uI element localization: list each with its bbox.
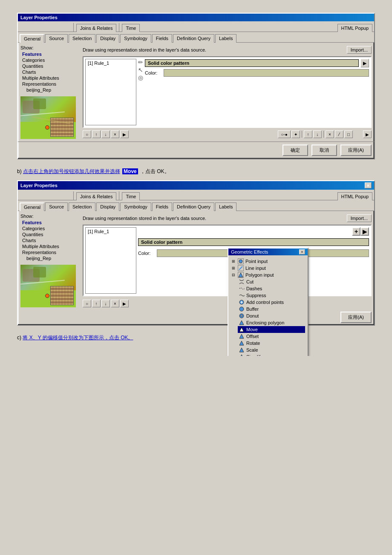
tab-fields-w2[interactable]: Fields: [152, 202, 172, 211]
sidebar-item-charts-2[interactable]: Charts: [20, 237, 80, 243]
tab-joins-relates-w2[interactable]: Joins & Relates: [76, 192, 116, 200]
sidebar-item-quantities-2[interactable]: Quantities: [20, 231, 80, 237]
add-effect-button[interactable]: +: [352, 227, 360, 236]
sidebar-item-representations-2[interactable]: Representations: [20, 249, 80, 255]
close-button-2[interactable]: ×: [365, 182, 372, 188]
sidebar-item-categories-2[interactable]: Categories: [20, 225, 80, 231]
apply-button-2[interactable]: 应用(A): [340, 312, 372, 323]
sidebar-item-multiple-attributes-2[interactable]: Multiple Attributes: [20, 243, 80, 249]
polygon-children: Cut Dashes: [238, 278, 305, 356]
geo-item-scale[interactable]: Scale: [238, 347, 305, 353]
geo-item-cut[interactable]: Cut: [238, 278, 305, 285]
tab-display-w2[interactable]: Display: [96, 202, 119, 211]
tab-selection-w2[interactable]: Selection: [69, 202, 95, 211]
circle-btn-1[interactable]: ○: [83, 130, 91, 138]
sun-btn-1[interactable]: ✦: [291, 130, 300, 138]
sidebar-item-quantities[interactable]: Quantities: [20, 63, 80, 69]
delete-btn-1[interactable]: ×: [111, 130, 119, 138]
geo-item-point-input[interactable]: ⊞ Point input: [231, 258, 305, 265]
tab-display[interactable]: Display: [96, 34, 119, 43]
geo-item-buffer[interactable]: Buffer: [238, 306, 305, 312]
draw-desc-text-1: Draw using representation stored in the …: [83, 47, 206, 52]
down-btn-3[interactable]: ↓: [101, 300, 110, 307]
tab-html-popup-w2[interactable]: HTML Popup: [337, 192, 372, 200]
sidebar-item-features-2[interactable]: Features: [20, 220, 80, 225]
geo-item-add-control[interactable]: Add control points: [238, 299, 305, 306]
square-btn[interactable]: □: [344, 130, 353, 138]
tab-html-popup[interactable]: HTML Popup: [337, 24, 372, 32]
rotate-icon: [239, 340, 245, 346]
geo-item-rotate[interactable]: Rotate: [238, 340, 305, 347]
geo-item-suppress[interactable]: Suppress: [238, 292, 305, 299]
options-btn-1[interactable]: ○◦●: [278, 130, 291, 138]
del-btn-2[interactable]: ×: [326, 130, 334, 138]
tab-source[interactable]: Source: [45, 34, 68, 43]
down-btn-1[interactable]: ↓: [101, 130, 110, 138]
solid-color-pattern-bar[interactable]: Solid color pattern: [145, 59, 359, 67]
cancel-button-1[interactable]: 取消: [311, 145, 337, 156]
geo-item-move[interactable]: Move: [238, 326, 305, 333]
sidebar-item-beijing-rep-2[interactable]: beijing_Rep: [20, 255, 80, 261]
toolbar-area-1: ○ ↑ ↓ × ▶ ○◦● ✦ ↑ ↓ × ∕: [83, 130, 372, 139]
fwd-btn-2[interactable]: ▶: [363, 130, 372, 138]
tab-time[interactable]: Time: [122, 24, 140, 32]
rule-item-2[interactable]: [1] Rule_1: [86, 228, 135, 234]
play-btn-1[interactable]: ▶: [120, 130, 129, 138]
geo-item-dashes[interactable]: Dashes: [238, 285, 305, 292]
delete-btn-2[interactable]: ×: [111, 300, 119, 307]
rules-panel-2: [1] Rule_1 + ▶ Solid color pattern: [83, 225, 372, 296]
up-btn-3[interactable]: ↑: [92, 300, 101, 307]
tab-time-w2[interactable]: Time: [122, 192, 140, 200]
tab-definition-query[interactable]: Definition Query: [173, 34, 214, 43]
forward-button-1[interactable]: ▶: [360, 59, 369, 67]
slash-btn[interactable]: ∕: [335, 130, 343, 138]
up-btn-1[interactable]: ↑: [92, 130, 101, 138]
import-button-2[interactable]: Import...: [347, 214, 372, 222]
tab-bar-row1: Joins & Relates Time HTML Popup: [18, 21, 374, 32]
tab-labels-w2[interactable]: Labels: [215, 202, 236, 211]
sidebar-item-charts[interactable]: Charts: [20, 69, 80, 75]
color-row-1: Color:: [145, 69, 369, 77]
tab-general-w2[interactable]: General: [20, 202, 44, 211]
tab-fields[interactable]: Fields: [152, 34, 172, 43]
tab-joins-relates[interactable]: Joins & Relates: [76, 24, 116, 32]
window-title-text-1: Layer Properties: [20, 15, 58, 20]
tab-general[interactable]: General: [20, 34, 44, 43]
tab-selection[interactable]: Selection: [69, 34, 95, 43]
solid-color-pattern-bar-2[interactable]: Solid color pattern: [138, 238, 369, 246]
tab-definition-query-w2[interactable]: Definition Query: [173, 202, 214, 211]
tab-labels[interactable]: Labels: [215, 34, 236, 43]
import-button-1[interactable]: Import...: [347, 46, 372, 54]
geo-effects-close[interactable]: ×: [299, 249, 305, 254]
sidebar-item-beijing-rep[interactable]: beijing_Rep: [20, 87, 80, 93]
tab-symbology-w2[interactable]: Symbology: [120, 202, 151, 211]
apply-button-1[interactable]: 应用(A): [340, 145, 372, 156]
geo-item-simplify[interactable]: Simplify: [238, 353, 305, 356]
geo-item-offset[interactable]: Offset: [238, 333, 305, 340]
sidebar-item-multiple-attributes[interactable]: Multiple Attributes: [20, 75, 80, 81]
sidebar-item-representations[interactable]: Representations: [20, 81, 80, 87]
geo-item-enclosing[interactable]: Enclosing polygon: [238, 319, 305, 326]
annotation-b-suffix: ，点击 OK。: [140, 168, 170, 174]
rule-item-1[interactable]: [1] Rule_1: [86, 60, 135, 66]
geo-label-move: Move: [246, 327, 258, 332]
up-btn-2[interactable]: ↑: [304, 130, 312, 138]
buffer-icon: [239, 306, 245, 312]
tab-source-w2[interactable]: Source: [45, 202, 68, 211]
polygon-icon: [238, 272, 244, 278]
expand-icon-point: ⊞: [232, 259, 235, 263]
forward-btn-w2[interactable]: ▶: [360, 227, 369, 236]
down-btn-2[interactable]: ↓: [313, 130, 322, 138]
geo-item-line-input[interactable]: ⊞ Line input: [231, 265, 305, 272]
circle-btn-2[interactable]: ○: [83, 300, 91, 307]
sidebar-item-features[interactable]: Features: [20, 51, 80, 57]
ok-button-1[interactable]: 确定: [282, 145, 308, 156]
geo-item-polygon-input[interactable]: ⊟ Polygon input: [231, 272, 305, 278]
sidebar-item-categories[interactable]: Categories: [20, 57, 80, 63]
tab-symbology[interactable]: Symbology: [120, 34, 151, 43]
color-box-1[interactable]: [164, 69, 369, 77]
dashes-icon: [239, 286, 245, 292]
play-btn-2[interactable]: ▶: [120, 300, 129, 307]
geo-item-donut[interactable]: Donut: [238, 312, 305, 319]
window-title-1: Layer Properties: [18, 14, 374, 21]
